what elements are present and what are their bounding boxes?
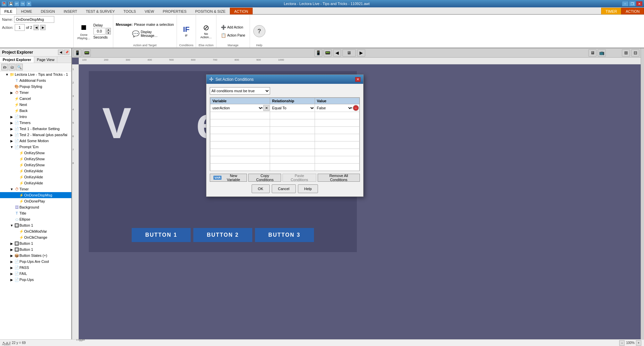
toggle[interactable]: ▶: [9, 253, 14, 258]
condition-type-select[interactable]: All conditions must be true Any conditio…: [210, 87, 270, 95]
tab-properties[interactable]: PROPERTIES: [158, 8, 191, 14]
tab-action[interactable]: ACTION: [230, 8, 253, 14]
help-button[interactable]: ?: [253, 25, 265, 37]
new-variable-button[interactable]: VAR New Variable: [210, 174, 247, 182]
zoom-in-button[interactable]: +: [636, 340, 641, 346]
sidebar-tab-project[interactable]: Project Explorer: [0, 57, 34, 63]
list-item[interactable]: ▶ 📄 Pop-Ups Are Cool: [0, 258, 71, 265]
tab-file[interactable]: FILE: [0, 8, 17, 14]
row-remove-button-1[interactable]: −: [353, 105, 359, 111]
name-input[interactable]: [14, 16, 54, 23]
more-icon[interactable]: ▾: [26, 1, 31, 6]
toggle[interactable]: [14, 229, 19, 234]
restore-button[interactable]: ❐: [629, 1, 636, 6]
remove-all-conditions-button[interactable]: Remove All Conditions: [318, 174, 360, 182]
slide-button1[interactable]: BUTTON 1: [132, 228, 191, 242]
redo-icon[interactable]: ↪: [20, 1, 25, 6]
list-item[interactable]: ▶ 📄 Timers: [0, 120, 71, 126]
action-next-button[interactable]: ▶: [40, 25, 46, 30]
list-item[interactable]: ⚡ OnKeyShow: [0, 156, 71, 162]
list-item[interactable]: T Title: [0, 210, 71, 216]
toggle[interactable]: ▶: [9, 271, 14, 276]
tablet2-button[interactable]: 📱: [314, 49, 322, 57]
list-item[interactable]: ▶ 📄 Pop-Ups: [0, 277, 71, 283]
no-action-button[interactable]: ⊘ NoAction…: [199, 21, 213, 41]
value-select-1[interactable]: False: [315, 104, 353, 112]
delay-spinner[interactable]: ▲ ▼: [106, 28, 111, 35]
sidebar-search-button[interactable]: 🔍: [16, 64, 23, 70]
list-item[interactable]: ▶ 📄 FAIL: [0, 271, 71, 277]
list-item[interactable]: ⚡ OnKeyHide: [0, 180, 71, 186]
done-playing-button[interactable]: ⏹ DonePlaying…: [76, 21, 92, 41]
sidebar-expand-all-button[interactable]: 🗂: [9, 64, 15, 70]
row-delete-button-1[interactable]: ✕: [263, 105, 269, 111]
list-item[interactable]: ▶ 🔲 Button 1: [0, 240, 71, 246]
list-item[interactable]: ▶ 📄 Test 2 - Manual (plus pass/fai: [0, 132, 71, 138]
sidebar-collapse-button[interactable]: ◀: [58, 50, 63, 55]
widescreen-button[interactable]: 🖥: [588, 49, 596, 57]
toggle[interactable]: [14, 181, 19, 185]
list-item[interactable]: ⚡ OnKeyShow: [0, 162, 71, 168]
list-item[interactable]: ▶ 📄 Intro: [0, 114, 71, 120]
dialog-titlebar[interactable]: ✛ Set Action Conditions ✕: [206, 75, 363, 84]
toggle[interactable]: ▶: [9, 241, 14, 246]
dual-button[interactable]: ⊞: [622, 49, 630, 57]
tab-view[interactable]: VIEW: [140, 8, 158, 14]
toggle[interactable]: [9, 108, 14, 113]
delay-down-button[interactable]: ▼: [106, 31, 111, 35]
tree-item-root[interactable]: ▼ 📁 Lectora Live - Tips and Tricks - 1: [0, 71, 71, 77]
toggle[interactable]: ▼: [9, 223, 14, 228]
tab-insert[interactable]: INSERT: [59, 8, 81, 14]
list-item[interactable]: T Additional Fonts: [0, 77, 71, 83]
list-item[interactable]: ▶ ⏱ Timer: [0, 90, 71, 96]
tab-test-survey[interactable]: TEST & SURVEY: [81, 8, 119, 14]
toggle[interactable]: [14, 151, 19, 155]
toggle[interactable]: ▶: [9, 138, 14, 143]
list-item[interactable]: ▼ 🔲 Button 1: [0, 222, 71, 228]
toggle[interactable]: ▼: [9, 145, 14, 149]
toggle[interactable]: [14, 169, 19, 173]
toggle[interactable]: ▶: [9, 120, 14, 125]
delay-input[interactable]: [93, 28, 106, 35]
action-pane-button[interactable]: 📋 Action Pane: [219, 32, 247, 39]
variable-select-1[interactable]: userAction: [210, 104, 263, 112]
tab-home[interactable]: HOME: [17, 8, 37, 14]
toggle[interactable]: [14, 193, 19, 197]
action-number-input[interactable]: [15, 24, 25, 31]
list-item[interactable]: ⚡ OnKeyShow: [0, 150, 71, 156]
toggle[interactable]: [9, 205, 14, 210]
toggle[interactable]: [9, 217, 14, 222]
delay-up-button[interactable]: ▲: [106, 28, 111, 31]
list-item[interactable]: ▶ 📄 PASS: [0, 265, 71, 271]
list-item[interactable]: ⚡ Cancel: [0, 96, 71, 102]
root-toggle[interactable]: ▼: [5, 72, 9, 77]
list-item[interactable]: ⚡ OnKeyHide: [0, 168, 71, 174]
list-item[interactable]: ▶ 📄 Test 1 - Behavior Setting: [0, 126, 71, 132]
tablet-button[interactable]: 📟: [83, 49, 91, 57]
tab-design[interactable]: DESIGN: [37, 8, 59, 14]
slide-button3[interactable]: BUTTON 3: [255, 228, 314, 242]
next-slide-button[interactable]: ▶: [357, 49, 365, 57]
tab-action-context[interactable]: ACTION: [621, 8, 644, 14]
mobile-button[interactable]: 📱: [73, 49, 81, 57]
toggle[interactable]: ▶: [9, 90, 14, 95]
right-scrollbar[interactable]: [641, 48, 644, 339]
tab-timer[interactable]: TIMER: [601, 8, 621, 14]
toggle[interactable]: [9, 102, 14, 107]
toggle[interactable]: ▶: [9, 259, 14, 264]
toggle[interactable]: ▶: [9, 247, 14, 252]
desktop-button[interactable]: 🖥: [342, 49, 356, 57]
zoom-out-button[interactable]: −: [619, 340, 625, 346]
list-item[interactable]: ▶ 📄 Add Some Motion: [0, 138, 71, 144]
toggle[interactable]: ▼: [9, 187, 14, 191]
toggle[interactable]: ▶: [9, 132, 14, 137]
display-message-button[interactable]: 💬 DisplayMessage…: [116, 28, 174, 40]
action-prev-button[interactable]: ◀: [34, 25, 39, 30]
tablet3-button[interactable]: 📟: [324, 49, 332, 57]
cancel-button[interactable]: Cancel: [272, 184, 296, 193]
toggle[interactable]: [14, 175, 19, 179]
help-dialog-button[interactable]: Help: [298, 184, 318, 193]
dialog-close-button[interactable]: ✕: [355, 77, 361, 82]
tree-item-selected[interactable]: ⚡ OnDoneDispMsg: [0, 192, 71, 198]
list-item[interactable]: 🖼 Background: [0, 204, 71, 210]
